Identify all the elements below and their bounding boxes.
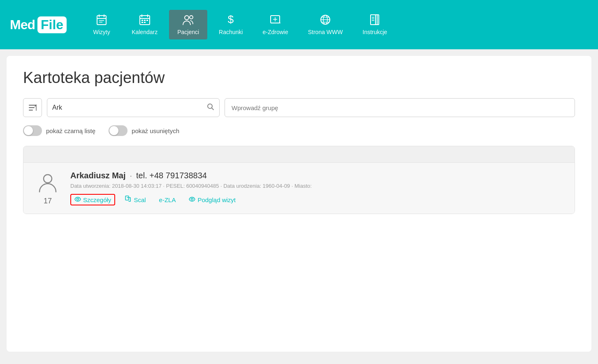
- kalendarz-icon: [139, 14, 151, 27]
- svg-rect-0: [97, 16, 106, 25]
- svg-rect-12: [146, 20, 148, 21]
- svg-text:$: $: [228, 14, 234, 25]
- nav-label-strona-www: Strona WWW: [308, 29, 343, 35]
- eye-icon-szczegoly: [74, 196, 81, 203]
- search-input[interactable]: Ark: [52, 104, 207, 111]
- deleted-label: pokaż usuniętych: [132, 127, 179, 134]
- blacklist-toggle[interactable]: [23, 125, 42, 136]
- nav-label-kalendarz: Kalendarz: [132, 29, 158, 35]
- szczegoly-label: Szczegóły: [83, 196, 111, 203]
- svg-rect-13: [141, 22, 143, 23]
- main-content: Kartoteka pacjentów Ark pokaż: [7, 56, 591, 352]
- patient-actions: Szczegóły Scal e-ZLA: [70, 194, 565, 205]
- nav-label-pacjenci: Pacjenci: [177, 29, 199, 35]
- blacklist-label: pokaż czarną listę: [46, 127, 95, 134]
- instrukcje-icon: [369, 14, 380, 27]
- svg-rect-11: [144, 20, 146, 21]
- sort-button[interactable]: [23, 98, 42, 117]
- strona-www-icon: [320, 14, 331, 27]
- list-header: [23, 146, 575, 163]
- search-box: Ark: [47, 98, 220, 117]
- scal-icon: [125, 196, 132, 204]
- deleted-toggle-item: pokaż usuniętych: [109, 125, 179, 136]
- nav-item-pacjenci[interactable]: Pacjenci: [169, 10, 207, 39]
- group-input[interactable]: [225, 98, 575, 117]
- rachunki-icon: $: [226, 14, 236, 27]
- patient-info: Arkadiusz Maj · tel. +48 791738834 Data …: [70, 171, 565, 205]
- patient-number: 17: [44, 197, 52, 205]
- eye-icon-podglad: [189, 196, 195, 203]
- szczegoly-button[interactable]: Szczegóły: [70, 194, 115, 205]
- svg-point-16: [190, 16, 193, 19]
- svg-rect-14: [144, 22, 146, 23]
- pacjenci-icon: [182, 14, 195, 27]
- main-header: Med File Wizyty: [0, 0, 598, 49]
- search-submit-button[interactable]: [207, 103, 214, 113]
- nav-item-rachunki[interactable]: $ Rachunki: [211, 10, 251, 39]
- nav-label-wizyty: Wizyty: [93, 29, 110, 35]
- deleted-toggle[interactable]: [109, 125, 127, 136]
- nav-label-instrukcje: Instrukcje: [363, 29, 387, 35]
- nav-item-kalendarz[interactable]: Kalendarz: [123, 10, 166, 39]
- patient-name-row: Arkadiusz Maj · tel. +48 791738834: [70, 171, 565, 180]
- svg-point-37: [44, 175, 52, 183]
- patient-name: Arkadiusz Maj: [70, 171, 125, 180]
- blacklist-toggle-item: pokaż czarną listę: [23, 125, 95, 136]
- podglad-wizyt-button[interactable]: Podgląd wizyt: [185, 194, 239, 205]
- svg-rect-27: [371, 15, 377, 25]
- nav-item-e-zdrowie[interactable]: e-Zdrowie: [254, 10, 296, 39]
- e-zla-button[interactable]: e-ZLA: [156, 195, 179, 205]
- patient-avatar-area: 17: [33, 171, 62, 205]
- nav-item-wizyty[interactable]: Wizyty: [83, 10, 120, 39]
- scal-button[interactable]: Scal: [122, 194, 149, 205]
- patient-list: 17 Arkadiusz Maj · tel. +48 791738834 Da…: [23, 146, 575, 214]
- nav-item-strona-www[interactable]: Strona WWW: [300, 10, 351, 39]
- nav-item-instrukcje[interactable]: Instrukcje: [355, 10, 396, 39]
- avatar: [37, 171, 58, 196]
- scal-label: Scal: [134, 196, 146, 203]
- patient-dot: ·: [130, 171, 132, 180]
- patient-phone: tel. +48 791738834: [136, 171, 207, 180]
- search-row: Ark: [23, 98, 575, 117]
- podglad-wizyt-label: Podgląd wizyt: [197, 196, 236, 203]
- e-zdrowie-icon: [270, 14, 281, 27]
- table-row: 17 Arkadiusz Maj · tel. +48 791738834 Da…: [23, 163, 575, 214]
- e-zla-label: e-ZLA: [159, 196, 176, 203]
- logo-file-box: File: [37, 16, 67, 33]
- toggle-row: pokaż czarną listę pokaż usuniętych: [23, 125, 575, 136]
- nav-label-rachunki: Rachunki: [219, 29, 243, 35]
- main-nav: Wizyty Kalendarz: [83, 10, 588, 39]
- nav-label-e-zdrowie: e-Zdrowie: [262, 29, 288, 35]
- svg-rect-10: [141, 20, 143, 21]
- svg-rect-39: [125, 196, 129, 200]
- svg-line-36: [212, 108, 214, 110]
- logo: Med File: [10, 16, 67, 33]
- wizyty-icon: [96, 14, 107, 27]
- svg-point-15: [185, 16, 189, 20]
- svg-point-40: [191, 198, 193, 200]
- svg-point-38: [77, 198, 79, 200]
- logo-file-text: File: [41, 17, 63, 32]
- patient-meta: Data utworzenia: 2018-08-30 14:03:17 · P…: [70, 183, 565, 189]
- logo-med-text: Med: [10, 17, 35, 32]
- page-title: Kartoteka pacjentów: [23, 69, 575, 87]
